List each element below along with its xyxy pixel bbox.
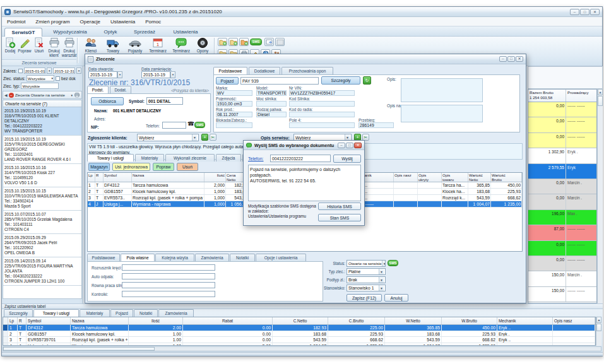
tab-serwisgt[interactable]: SerwisGT bbox=[4, 28, 42, 37]
col-r[interactable]: R bbox=[18, 317, 27, 324]
phone-icon[interactable]: ☎ bbox=[187, 120, 194, 127]
tab-towary-i-uslugi[interactable]: Towary i usługi bbox=[87, 154, 134, 161]
col-cnetto[interactable]: C.Netto bbox=[273, 317, 328, 324]
totals-row[interactable]: 0,00 ------ ------ bbox=[528, 133, 596, 148]
sms-history-button[interactable]: Historia SMS bbox=[318, 203, 361, 210]
stanowisko-select[interactable]: Stanowisko 1▼ bbox=[346, 285, 386, 291]
pojazd-button[interactable]: Pojazd bbox=[216, 77, 239, 85]
magazyn-button[interactable]: Magazyn bbox=[88, 163, 110, 171]
typ-select[interactable]: Wszystkie bbox=[21, 83, 59, 89]
bottom-tab-pojazd[interactable]: Pojazd bbox=[110, 309, 133, 317]
new-order-folder-icon[interactable] bbox=[218, 38, 227, 46]
date-to-picker-icon[interactable]: ▾ bbox=[76, 68, 81, 74]
send-sms-icon[interactable]: SMS bbox=[250, 38, 262, 45]
col-ilosc[interactable]: Ilość bbox=[204, 173, 226, 182]
tab-kolejna-wizyta[interactable]: Kolejna wizyta bbox=[155, 254, 194, 261]
send-sms-button[interactable]: Wyślij bbox=[333, 155, 361, 163]
totals-row[interactable]: 87,00 ------ ------ bbox=[528, 225, 596, 240]
totals-row[interactable]: 0,00 Marcin . bbox=[528, 194, 596, 209]
col-lp[interactable]: Lp bbox=[88, 173, 95, 182]
col-opis-ukryty[interactable]: Opis ukryty bbox=[418, 173, 442, 182]
order-list-item[interactable]: 2015.09.14/2015.09.14 225/VTR/09/2015 FI… bbox=[3, 257, 81, 286]
szczegoly-button[interactable]: Szczegóły bbox=[321, 76, 360, 85]
close-date-picker-icon[interactable]: ▾ bbox=[170, 71, 175, 78]
typ-zlec-select[interactable]: Płatne▼ bbox=[346, 268, 386, 275]
col-symbol[interactable]: Symbol bbox=[27, 317, 71, 324]
bez-dok-checkbox[interactable] bbox=[56, 76, 60, 81]
order-list-item[interactable]: 2015.09.29/2015.09.29 264/VTR/09/2015 Ja… bbox=[3, 234, 81, 257]
col-nazwa[interactable]: Nazwa bbox=[71, 317, 129, 324]
bottom-tab-szczegoly[interactable]: Szczegóły bbox=[4, 309, 33, 317]
minimize-icon[interactable]: – bbox=[338, 143, 345, 148]
vin-input[interactable]: WV1ZZZ7HZ8H059417 bbox=[289, 90, 355, 96]
minimize-icon[interactable]: – bbox=[570, 9, 579, 15]
scrollbar-thumb[interactable] bbox=[596, 324, 601, 331]
zgloszenie-select[interactable]: Wybierz▼ bbox=[137, 134, 199, 141]
scrollbar-thumb[interactable] bbox=[3, 347, 155, 351]
order-list-item[interactable]: 2015.10.19/2015.10.19 315/VTR/10/2015 DE… bbox=[3, 136, 81, 164]
podtyp-select[interactable]: Brak▼ bbox=[346, 276, 386, 283]
table-row[interactable]: 1 T DF4312 Tarcza hamulcowa 2.00 0.00 18… bbox=[3, 325, 595, 331]
close-icon[interactable]: ✕ bbox=[354, 143, 362, 148]
usun-button[interactable]: Usuń bbox=[177, 163, 198, 171]
model-input[interactable]: TRANSPORTER bbox=[256, 90, 287, 96]
close-icon[interactable]: ✕ bbox=[516, 56, 523, 62]
col-r[interactable]: R bbox=[95, 173, 104, 182]
vehicles-button[interactable]: Pojazdy bbox=[124, 37, 146, 53]
scroll-up-icon[interactable]: ▲ bbox=[596, 317, 601, 323]
kontrolki-input[interactable] bbox=[122, 291, 215, 297]
przebieg-input[interactable]: 286149 bbox=[358, 122, 394, 128]
odbiorca-button[interactable]: Odbiorca bbox=[91, 97, 124, 105]
open-date-picker-icon[interactable]: ▾ bbox=[117, 71, 122, 78]
totals-row[interactable]: 196,00 Max . bbox=[528, 210, 596, 225]
bottom-tab-towary[interactable]: Towary i usługi bbox=[33, 309, 79, 317]
bottom-tab-materialy[interactable]: Materiały bbox=[80, 309, 110, 317]
col-ilosc[interactable]: Ilość bbox=[129, 317, 183, 324]
pole4-input[interactable] bbox=[289, 122, 355, 128]
telefon-input[interactable] bbox=[162, 122, 186, 129]
auto-odpala-input[interactable] bbox=[122, 273, 215, 279]
edit-order-button[interactable]: Popraw bbox=[18, 37, 32, 53]
menu-ustawienia[interactable]: Ustawienia bbox=[110, 19, 135, 25]
opis-www-textarea[interactable] bbox=[401, 105, 483, 122]
status-select[interactable]: Otwarte na serwisie▼ bbox=[346, 260, 386, 267]
paliwo-input[interactable]: Diesel bbox=[256, 112, 287, 117]
kod-radia-input[interactable] bbox=[289, 112, 355, 117]
tab-podst[interactable]: Podst. bbox=[87, 86, 109, 93]
bottom-tab-notatki[interactable]: Notatki bbox=[134, 309, 158, 317]
order-list-item[interactable]: 2015.10.15/2015.10.15 310/VTR/10/2015 WA… bbox=[3, 187, 81, 211]
col-opis-nasz[interactable]: Opis nasz bbox=[553, 317, 595, 324]
totals-row[interactable]: 2 579,55 Eryk bbox=[528, 164, 596, 179]
col-nazwa[interactable]: Nazwa bbox=[132, 173, 204, 182]
sms-message-textarea[interactable]: Pojazd na serwisie, poinformujemy o dals… bbox=[248, 165, 361, 201]
tab-dodatkowe[interactable]: Dodatkowe bbox=[249, 67, 280, 74]
totals-row[interactable]: 0,00 ------ ------ bbox=[528, 241, 596, 256]
menu-zmien-program[interactable]: Zmień program bbox=[35, 19, 69, 25]
menu-pomoc[interactable]: Pomoc bbox=[145, 19, 161, 25]
tires-button[interactable]: Opony bbox=[193, 37, 212, 53]
minimize-icon[interactable]: – bbox=[499, 56, 507, 62]
kod-silnika-input[interactable] bbox=[289, 101, 355, 107]
tab-dodat[interactable]: Dodat. bbox=[110, 86, 131, 93]
symbol-input[interactable]: 001 DETAL bbox=[146, 97, 183, 105]
col-symbol[interactable]: Symbol bbox=[104, 173, 132, 182]
popraw-button[interactable]: Popraw bbox=[153, 163, 174, 171]
col-wartosc-brutto[interactable]: Wartość Brutto bbox=[491, 173, 522, 182]
list-nav-title[interactable]: Zlecenia Otwarte na serwisie bbox=[15, 93, 70, 97]
maximize-icon[interactable]: □ bbox=[346, 143, 353, 148]
col-wartosc-netto[interactable]: Wartość Netto bbox=[468, 173, 491, 182]
save-table-settings-bar[interactable]: Zapisz ustawienia tabel bbox=[2, 303, 603, 309]
print-client-button[interactable]: Drukuj klient bbox=[47, 37, 61, 57]
cancel-button[interactable]: Anuluj bbox=[384, 294, 408, 302]
marka-input[interactable]: WV bbox=[216, 90, 252, 96]
col-opis-nasz[interactable]: Opis nasz bbox=[394, 173, 418, 182]
totals-scrollbar[interactable]: ▲ bbox=[597, 89, 603, 303]
delete-order-button[interactable]: Usuń bbox=[32, 37, 46, 53]
no-entry-icon[interactable]: – bbox=[9, 93, 14, 98]
calendar-sms-button[interactable]: Terminarz bbox=[170, 37, 192, 53]
col-lp[interactable]: Lp bbox=[8, 317, 18, 324]
order-list-item[interactable]: 2015.10.19/2015.10.19 316/VTR/10/2015 00… bbox=[3, 107, 81, 136]
totals-row[interactable]: 1 302,90 Eryk . bbox=[528, 148, 596, 163]
col-opis-towaru[interactable]: Opis towaru bbox=[442, 173, 468, 182]
blokada-input[interactable] bbox=[216, 122, 252, 128]
